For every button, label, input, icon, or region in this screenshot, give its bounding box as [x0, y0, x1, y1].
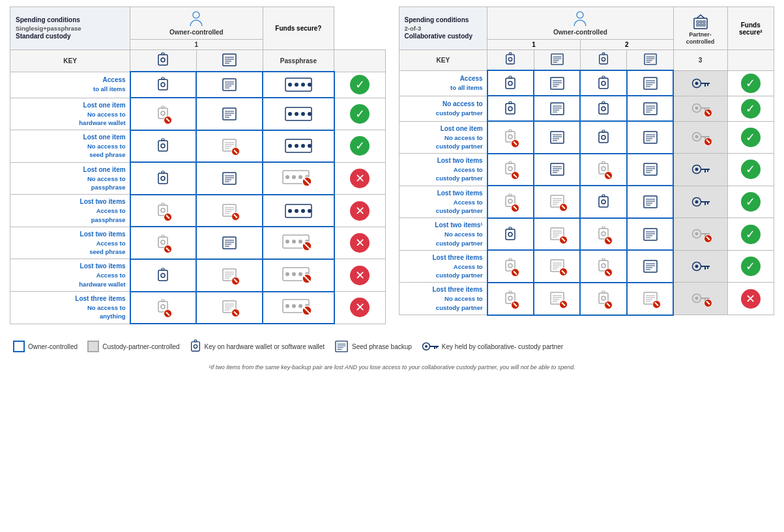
- left-seed-col-label: [196, 50, 263, 72]
- svg-rect-129: [506, 55, 515, 64]
- seed-col-icon-left: [222, 53, 237, 67]
- right-status-cell: ✕: [727, 283, 774, 315]
- passphrase-icon: [282, 267, 315, 284]
- right-key1-subheader: 1: [487, 40, 581, 50]
- hw-icon: [156, 138, 169, 154]
- svg-rect-148: [551, 77, 564, 89]
- banned-icon-wrapper: [691, 131, 710, 144]
- right-k1seed-cell: [534, 121, 580, 154]
- svg-point-19: [295, 83, 298, 87]
- hw-col-icon-r2: [598, 52, 609, 66]
- right-table-row: Lost two itemsAccess tocustody partner: [399, 154, 774, 186]
- banned-icon-wrapper: [222, 268, 237, 283]
- legend-owner-controlled: Owner-controlled: [13, 341, 78, 352]
- svg-rect-218: [602, 161, 605, 163]
- ban-indicator: [704, 299, 712, 307]
- right-table-body: Accessto all items ✓No access: [399, 70, 774, 315]
- right-k1seed-label: [534, 50, 580, 71]
- legend-seed-icon: Seed phrase backup: [334, 340, 412, 353]
- svg-point-293: [508, 296, 512, 300]
- svg-point-272: [508, 264, 512, 268]
- svg-rect-65: [162, 203, 164, 205]
- left-seed-cell: [196, 195, 263, 227]
- right-status-col-label: [727, 50, 774, 71]
- svg-rect-239: [602, 195, 605, 197]
- seed-icon: [549, 76, 565, 91]
- left-table: Spending conditions Singlesig+passphrase…: [10, 7, 386, 324]
- svg-point-196: [602, 135, 605, 139]
- legend-custody-controlled: Custody-partner-controlled: [87, 341, 179, 352]
- svg-point-33: [301, 112, 305, 116]
- right-row-label: Lost two itemsAccess tocustody partner: [399, 154, 487, 186]
- left-pass-cell: [263, 227, 334, 259]
- check-icon: ✓: [350, 75, 370, 94]
- svg-point-36: [161, 144, 165, 148]
- svg-rect-237: [599, 197, 608, 207]
- left-pass-cell: [263, 130, 334, 163]
- left-row-label: Lost two itemsAccess tohardware wallet: [10, 259, 130, 292]
- left-row-label: Lost one itemNo access topassphrase: [10, 162, 130, 195]
- left-seed-cell: [196, 292, 263, 324]
- right-k1seed-cell: [534, 250, 580, 283]
- banned-icon-wrapper: [222, 203, 237, 219]
- svg-point-46: [301, 144, 305, 148]
- right-k2seed-cell: [627, 96, 673, 121]
- svg-rect-50: [162, 171, 164, 173]
- svg-rect-177: [644, 103, 657, 115]
- left-table-row: Lost one itemNo access topassphrase ✕: [10, 162, 386, 195]
- legend-seed-svg: [334, 340, 349, 353]
- left-col-labels-row: KEY: [10, 50, 386, 72]
- svg-point-75: [308, 209, 312, 213]
- svg-rect-281: [602, 259, 605, 260]
- left-row-label: Lost two itemsAccess toseed phrase: [10, 227, 130, 259]
- left-passphrase-col-label: Passphrase: [263, 50, 334, 72]
- right-key2-subheader: 2: [580, 40, 673, 50]
- svg-rect-147: [509, 76, 512, 78]
- svg-point-107: [161, 305, 165, 309]
- passphrase-icon: [285, 107, 312, 121]
- svg-point-59: [298, 175, 302, 179]
- svg-rect-294: [509, 291, 512, 293]
- svg-point-115: [285, 304, 289, 308]
- svg-rect-9: [158, 79, 167, 90]
- seed-icon: [643, 195, 658, 209]
- right-k1seed-cell: [534, 154, 580, 186]
- banned-icon-wrapper: [691, 292, 710, 305]
- ban-indicator: [511, 204, 519, 212]
- svg-rect-12: [223, 79, 236, 91]
- right-table-section: Spending conditions 2-of-3 Collaborative…: [399, 7, 775, 324]
- right-k2seed-cell: [627, 70, 673, 96]
- svg-point-34: [308, 112, 312, 116]
- right-k2hw-cell: [580, 96, 626, 121]
- ban-indicator: [604, 236, 613, 245]
- right-status-cell: ✓: [727, 70, 774, 96]
- right-k1seed-cell: [534, 70, 580, 96]
- cross-icon: ✕: [741, 289, 761, 309]
- svg-point-32: [295, 112, 298, 116]
- left-row-label: Accessto all items: [10, 72, 130, 98]
- legend-hw-icon: Key on hardware wallet or software walle…: [190, 339, 325, 354]
- left-table-section: Spending conditions Singlesig+passphrase…: [10, 7, 386, 324]
- right-status-cell: ✓: [727, 186, 774, 218]
- right-table-row: Lost two itemsAccess tocustody partner: [399, 186, 774, 218]
- banned-icon-wrapper: [597, 161, 610, 178]
- left-table-row: Lost two itemsAccess toseed phrase ✕: [10, 227, 386, 259]
- svg-rect-198: [644, 132, 657, 143]
- banned-icon-wrapper: [156, 203, 169, 219]
- right-k2seed-label: [627, 50, 673, 71]
- right-k2hw-cell: [580, 186, 626, 218]
- banned-icon-wrapper: [549, 259, 565, 274]
- left-status-cell: ✓: [334, 130, 385, 163]
- right-key1-label: 1: [532, 41, 536, 48]
- svg-rect-122: [694, 18, 707, 29]
- right-k2seed-cell: [627, 121, 673, 154]
- left-row-label: Lost three itemsNo access toanything: [10, 292, 130, 324]
- svg-rect-169: [551, 103, 564, 115]
- left-seed-cell: [196, 72, 263, 98]
- person-icon-left: [189, 10, 203, 27]
- check-icon: ✓: [741, 128, 761, 147]
- left-table-row: Lost one itemNo access toseed phrase ✓: [10, 130, 386, 163]
- legend-key-svg: [422, 341, 439, 352]
- seed-icon: [549, 130, 565, 145]
- check-icon: ✓: [350, 136, 370, 156]
